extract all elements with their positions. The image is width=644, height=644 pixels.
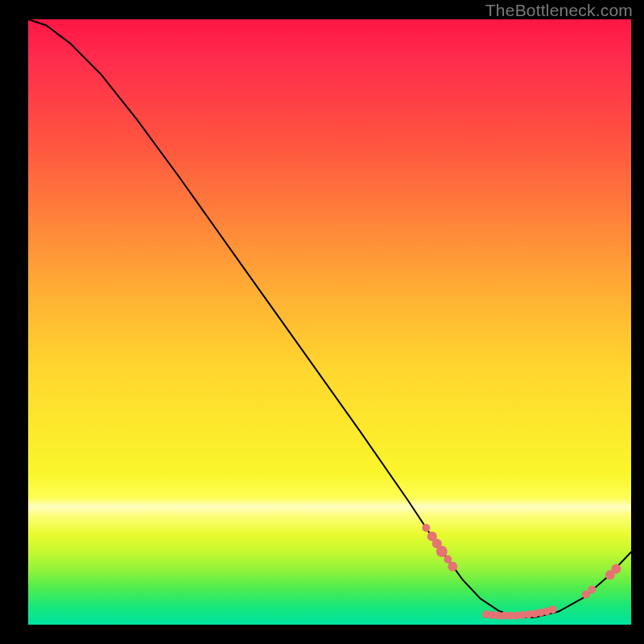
data-point [444,555,452,564]
data-point [422,524,430,532]
bottleneck-curve [28,19,631,617]
plot-overlay [28,19,631,625]
chart-stage: TheBottleneck.com [0,0,644,644]
data-point [611,564,621,574]
data-point [436,546,448,557]
data-point [549,605,557,613]
data-point [448,562,457,572]
watermark-text: TheBottleneck.com [485,1,633,20]
data-points [422,524,621,620]
data-point [588,585,596,593]
